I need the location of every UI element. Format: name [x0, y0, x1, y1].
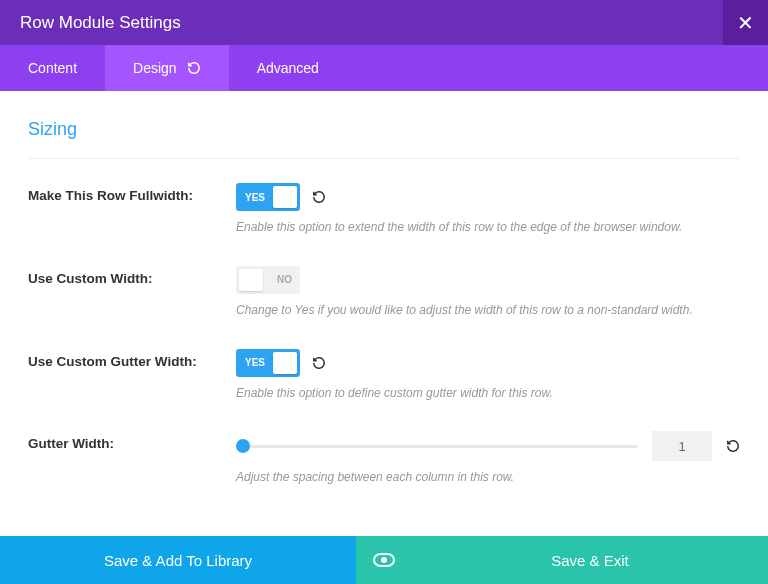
setting-row-custom-gutter: Use Custom Gutter Width: YES Enable this…: [28, 349, 740, 402]
fullwidth-toggle[interactable]: YES: [236, 183, 300, 211]
toggle-value: YES: [245, 357, 265, 368]
tab-label: Advanced: [257, 60, 319, 76]
setting-label: Make This Row Fullwidth:: [28, 183, 236, 205]
gutter-width-input[interactable]: [652, 431, 712, 461]
help-text: Adjust the spacing between each column i…: [236, 469, 740, 486]
slider-track: [236, 445, 638, 448]
toggle-value: YES: [245, 192, 265, 203]
tab-design[interactable]: Design: [105, 45, 229, 91]
settings-content: Sizing Make This Row Fullwidth: YES Enab…: [0, 91, 768, 544]
eye-icon: [373, 553, 395, 567]
tab-advanced[interactable]: Advanced: [229, 45, 347, 91]
reset-icon: [187, 61, 201, 75]
tab-content[interactable]: Content: [0, 45, 105, 91]
save-exit-button[interactable]: Save & Exit: [412, 536, 768, 584]
tab-label: Content: [28, 60, 77, 76]
reset-button[interactable]: [726, 439, 740, 453]
toggle-knob: [273, 352, 297, 374]
tab-bar: Content Design Advanced: [0, 45, 768, 91]
setting-row-custom-width: Use Custom Width: NO Change to Yes if yo…: [28, 266, 740, 319]
preview-button[interactable]: [356, 536, 412, 584]
button-label: Save & Exit: [551, 552, 629, 569]
setting-label: Gutter Width:: [28, 431, 236, 453]
toggle-knob: [239, 269, 263, 291]
setting-label: Use Custom Width:: [28, 266, 236, 288]
setting-row-gutter-width: Gutter Width: Adjust the spacing between…: [28, 431, 740, 486]
modal-title: Row Module Settings: [20, 13, 181, 33]
slider-thumb[interactable]: [236, 439, 250, 453]
reset-icon: [726, 439, 740, 453]
footer-bar: Save & Add To Library Save & Exit: [0, 536, 768, 584]
custom-width-toggle[interactable]: NO: [236, 266, 300, 294]
modal-header: Row Module Settings ✕: [0, 0, 768, 45]
help-text: Enable this option to define custom gutt…: [236, 385, 740, 402]
reset-button[interactable]: [312, 190, 326, 204]
reset-icon: [312, 356, 326, 370]
setting-label: Use Custom Gutter Width:: [28, 349, 236, 371]
help-text: Enable this option to extend the width o…: [236, 219, 740, 236]
custom-gutter-toggle[interactable]: YES: [236, 349, 300, 377]
toggle-knob: [273, 186, 297, 208]
section-title: Sizing: [28, 119, 740, 140]
toggle-value: NO: [277, 274, 292, 285]
reset-button[interactable]: [312, 356, 326, 370]
button-label: Save & Add To Library: [104, 552, 252, 569]
close-button[interactable]: ✕: [723, 0, 768, 45]
setting-row-fullwidth: Make This Row Fullwidth: YES Enable this…: [28, 183, 740, 236]
help-text: Change to Yes if you would like to adjus…: [236, 302, 740, 319]
reset-icon: [312, 190, 326, 204]
gutter-width-slider[interactable]: [236, 436, 638, 456]
close-icon: ✕: [737, 11, 754, 35]
divider: [28, 158, 740, 159]
tab-label: Design: [133, 60, 177, 76]
save-library-button[interactable]: Save & Add To Library: [0, 536, 356, 584]
